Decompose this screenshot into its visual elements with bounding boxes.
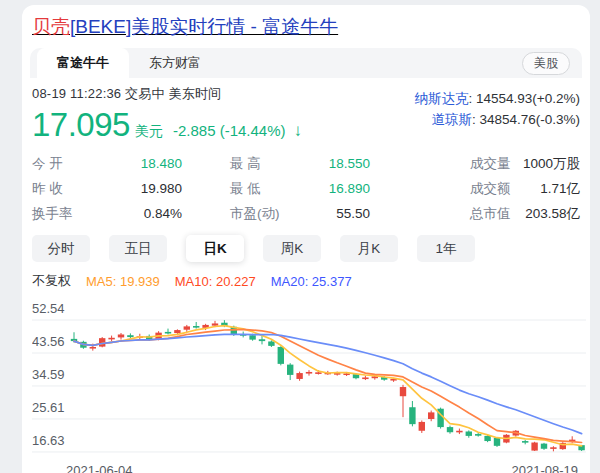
stat-item: 成交额1.71亿 (370, 176, 580, 201)
last-price: 17.095 (32, 106, 130, 144)
svg-text:34.59: 34.59 (32, 367, 65, 382)
stat-label: 最 高 (230, 155, 261, 173)
stat-label: 市盈(动) (230, 205, 280, 223)
period-button-日K[interactable]: 日K (186, 235, 244, 262)
title-stock-name: 贝壳 (32, 16, 70, 37)
dow-value: : 34854.76(-0.3%) (472, 112, 580, 127)
page-title-link[interactable]: 贝壳[BEKE]美股实时行情 - 富途牛牛 (32, 15, 338, 39)
svg-text:25.61: 25.61 (32, 400, 65, 415)
stat-item: 今 开18.480 (32, 151, 182, 176)
tab-eastmoney-label: 东方财富 (149, 54, 201, 72)
stat-item: 最 低16.890 (182, 176, 370, 201)
tab-eastmoney[interactable]: 东方财富 (129, 48, 221, 78)
stat-item: 最 高18.550 (182, 151, 370, 176)
stat-value: 19.980 (141, 181, 182, 196)
period-button-1年[interactable]: 1年 (417, 235, 475, 262)
currency-label: 美元 (135, 123, 163, 141)
stat-value: 55.50 (336, 206, 370, 221)
ma-legend-item: MA20: 25.377 (271, 274, 352, 289)
nasdaq-link[interactable]: 纳斯达克 (415, 91, 469, 106)
source-tabbar: 富途牛牛 东方财富 美股 (30, 48, 582, 78)
stat-item: 成交量1000万股 (370, 151, 580, 176)
tab-futu[interactable]: 富途牛牛 (37, 48, 129, 78)
stat-value: 18.480 (141, 156, 182, 171)
index-quotes: 纳斯达克: 14554.93(+0.2%) 道琼斯: 34854.76(-0.3… (415, 85, 580, 144)
quote-left: 08-19 11:22:36 交易中 美东时间 17.095 美元 -2.885… (32, 85, 302, 144)
x-label-end: 2021-08-19 (512, 463, 579, 473)
stat-label: 成交额 (470, 180, 511, 198)
stat-item: 昨 收19.980 (32, 176, 182, 201)
stat-label: 总市值 (470, 205, 511, 223)
period-button-月K[interactable]: 月K (340, 235, 398, 262)
ma-legend-item: MA5: 19.939 (86, 274, 160, 289)
period-tabs: 分时五日日K周K月K1年 (30, 235, 582, 262)
stat-label: 今 开 (32, 155, 63, 173)
nasdaq-value: : 14554.93(+0.2%) (469, 91, 580, 106)
kline-svg: 52.5443.5634.5925.6116.63 (32, 292, 586, 460)
stat-label: 最 低 (230, 180, 261, 198)
x-axis-labels: 2021-06-04 2021-08-19 (30, 460, 582, 473)
svg-text:43.56: 43.56 (32, 334, 65, 349)
kline-chart[interactable]: 52.5443.5634.5925.6116.63 (30, 292, 582, 460)
ma-legend: 不复权 MA5: 19.939MA10: 20.227MA20: 25.377 (30, 272, 582, 290)
index-row-dow: 道琼斯: 34854.76(-0.3%) (415, 109, 580, 130)
stat-value: 1.71亿 (540, 180, 580, 198)
adjust-mode-label[interactable]: 不复权 (32, 272, 71, 290)
quote-header: 08-19 11:22:36 交易中 美东时间 17.095 美元 -2.885… (30, 85, 582, 144)
price-row: 17.095 美元 -2.885 (-14.44%) ↓ (32, 106, 302, 144)
stat-value: 16.890 (329, 181, 370, 196)
x-label-start: 2021-06-04 (66, 463, 133, 473)
stat-value: 0.84% (144, 206, 182, 221)
market-badge: 美股 (522, 52, 570, 75)
down-arrow-icon: ↓ (294, 121, 303, 141)
stat-item: 总市值203.58亿 (370, 201, 580, 226)
price-change: -2.885 (-14.44%) (173, 122, 286, 139)
dow-link[interactable]: 道琼斯 (431, 112, 472, 127)
period-button-周K[interactable]: 周K (263, 235, 321, 262)
stat-value: 18.550 (329, 156, 370, 171)
period-button-五日[interactable]: 五日 (109, 235, 167, 262)
stat-label: 成交量 (470, 155, 511, 173)
svg-text:52.54: 52.54 (32, 301, 65, 316)
stat-item: 换手率0.84% (32, 201, 182, 226)
quote-timestamp: 08-19 11:22:36 交易中 美东时间 (32, 85, 302, 103)
title-rest: [BEKE]美股实时行情 - 富途牛牛 (70, 16, 338, 37)
stat-value: 203.58亿 (525, 205, 580, 223)
stat-value: 1000万股 (523, 155, 580, 173)
stat-label: 换手率 (32, 205, 73, 223)
quote-card: 贝壳[BEKE]美股实时行情 - 富途牛牛 富途牛牛 东方财富 美股 08-19… (22, 5, 590, 473)
ma-legend-item: MA10: 20.227 (175, 274, 256, 289)
period-button-分时[interactable]: 分时 (32, 235, 90, 262)
index-row-nasdaq: 纳斯达克: 14554.93(+0.2%) (415, 88, 580, 109)
svg-text:16.63: 16.63 (32, 433, 65, 448)
stat-label: 昨 收 (32, 180, 63, 198)
stat-item: 市盈(动)55.50 (182, 201, 370, 226)
stats-grid: 今 开18.480最 高18.550成交量1000万股昨 收19.980最 低1… (30, 151, 582, 226)
tab-futu-label: 富途牛牛 (57, 54, 109, 72)
